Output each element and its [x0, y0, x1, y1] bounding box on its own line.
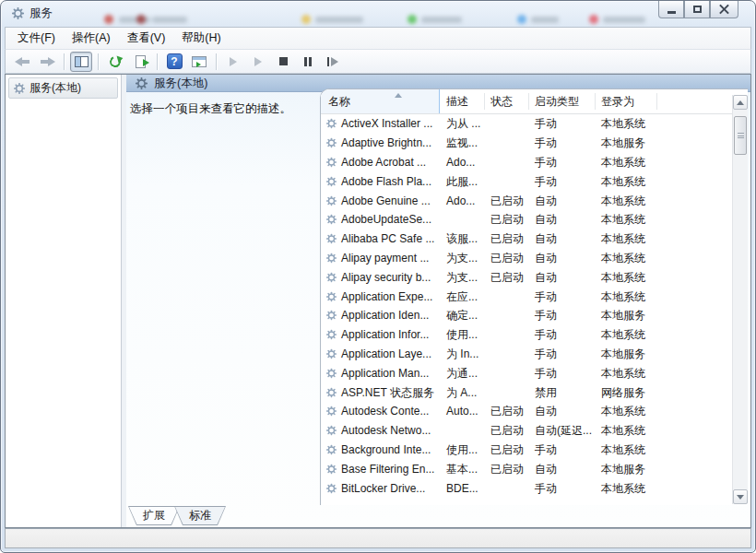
table-row[interactable]: Background Inte... 使用... 已启动 手动 本地系统	[321, 441, 732, 460]
help-icon: ?	[167, 53, 183, 69]
service-description: 基本...	[446, 461, 478, 477]
table-row[interactable]: Application Expe... 在应... 手动 本地系统	[321, 287, 732, 306]
extended-view-button[interactable]	[188, 52, 210, 72]
close-icon	[719, 5, 729, 15]
service-startup-type: 手动	[535, 154, 557, 170]
restart-service-button[interactable]	[322, 52, 344, 72]
show-console-tree-button[interactable]	[70, 52, 92, 72]
table-row[interactable]: AdobeUpdateSe... 已启动 自动 本地系统	[321, 210, 732, 229]
service-description: 为通...	[446, 365, 478, 381]
service-startup-type: 自动	[535, 231, 557, 247]
scroll-down-button[interactable]	[733, 489, 748, 504]
table-row[interactable]: Application Man... 为通... 手动 本地系统	[321, 363, 732, 382]
service-logon-as: 本地系统	[601, 288, 645, 304]
forward-button[interactable]	[36, 52, 58, 72]
service-gear-icon	[326, 426, 337, 436]
column-header-description[interactable]: 描述	[446, 89, 468, 113]
table-row[interactable]: Adobe Genuine ... Ado... 已启动 自动 本地系统	[321, 191, 732, 210]
service-status: 已启动	[490, 423, 524, 439]
column-header-startup-type[interactable]: 启动类型	[535, 89, 579, 113]
column-divider[interactable]	[656, 93, 657, 110]
service-description: 确定...	[446, 308, 478, 324]
service-name: Alipay payment ...	[341, 252, 429, 265]
menu-view[interactable]: 查看(V)	[119, 28, 174, 49]
service-description: 为从 ...	[446, 116, 480, 132]
service-logon-as: 本地系统	[601, 480, 645, 496]
menu-action[interactable]: 操作(A)	[64, 28, 119, 49]
tab-standard[interactable]: 标准	[174, 506, 226, 525]
forward-arrow-icon	[40, 57, 55, 66]
scroll-up-button[interactable]	[733, 95, 748, 110]
table-row[interactable]: Application Infor... 使用... 手动 本地系统	[321, 325, 732, 345]
stop-service-button[interactable]	[272, 52, 294, 72]
maximize-button[interactable]	[684, 1, 710, 18]
toolbar-separator	[98, 53, 99, 70]
service-gear-icon	[326, 138, 337, 148]
table-row[interactable]: Alibaba PC Safe ... 该服... 已启动 自动 本地系统	[321, 229, 732, 249]
column-header-name[interactable]: 名称	[321, 89, 440, 113]
table-row[interactable]: Adobe Acrobat ... Ado... 手动 本地系统	[321, 153, 732, 172]
service-description: Ado...	[446, 194, 475, 207]
service-startup-type: 自动	[535, 461, 557, 477]
tree-item-services-local[interactable]: 服务(本地)	[8, 77, 118, 99]
sort-ascending-icon	[395, 93, 402, 98]
table-row[interactable]: ActiveX Installer ... 为从 ... 手动 本地系统	[321, 114, 732, 134]
table-row[interactable]: Alipay security b... 为支... 已启动 自动 本地系统	[321, 267, 732, 287]
minimize-button[interactable]	[658, 1, 684, 18]
close-button[interactable]	[710, 1, 738, 18]
service-name: Adobe Flash Pla...	[341, 175, 431, 188]
service-name: Alipay security b...	[341, 271, 431, 284]
column-header-status[interactable]: 状态	[490, 89, 513, 113]
menu-help[interactable]: 帮助(H)	[173, 28, 229, 49]
column-divider[interactable]	[528, 93, 529, 110]
gear-icon	[14, 83, 25, 94]
menu-file[interactable]: 文件(F)	[9, 28, 64, 49]
table-row[interactable]: Application Laye... 为 In... 手动 本地服务	[321, 345, 732, 364]
service-logon-as: 本地服务	[601, 346, 645, 361]
service-gear-icon	[326, 444, 337, 454]
menu-bar: 文件(F) 操作(A) 查看(V) 帮助(H)	[5, 27, 751, 49]
title-bar: 服务	[5, 1, 751, 27]
column-divider[interactable]	[484, 93, 485, 110]
export-list-button[interactable]	[129, 52, 151, 72]
service-logon-as: 本地系统	[601, 173, 645, 189]
refresh-button[interactable]	[104, 52, 126, 72]
service-startup-type: 手动	[535, 116, 557, 132]
service-logon-as: 本地服务	[601, 308, 645, 324]
service-logon-as: 本地系统	[601, 193, 645, 208]
back-button[interactable]	[11, 52, 33, 72]
table-row[interactable]: Application Iden... 确定... 手动 本地服务	[321, 306, 732, 325]
export-list-icon	[136, 55, 146, 68]
table-row[interactable]: Adobe Flash Pla... 此服... 手动 本地系统	[321, 171, 732, 191]
table-row[interactable]: Autodesk Conte... Auto... 已启动 自动 本地系统	[321, 402, 732, 421]
resume-service-button[interactable]	[247, 52, 269, 72]
start-service-icon	[230, 57, 237, 66]
service-status: 已启动	[490, 250, 524, 265]
resume-service-icon	[254, 57, 262, 66]
pause-service-button[interactable]	[297, 52, 319, 72]
tab-extended[interactable]: 扩展	[128, 506, 180, 525]
service-name: Adobe Genuine ...	[341, 194, 431, 207]
column-header-logon-as[interactable]: 登录为	[601, 89, 634, 113]
service-status: 已启动	[490, 212, 524, 228]
service-status: 已启动	[490, 231, 524, 247]
table-row[interactable]: Base Filtering En... 基本... 已启动 自动 本地服务	[321, 459, 732, 478]
table-row[interactable]: BitLocker Drive... BDE... 手动 本地系统	[321, 478, 732, 498]
service-name: Adaptive Brightn...	[341, 136, 431, 149]
help-button[interactable]: ?	[163, 52, 185, 72]
extended-view-icon	[192, 56, 207, 67]
scrollbar-thumb[interactable]	[734, 116, 747, 155]
service-status: 已启动	[490, 404, 524, 419]
start-service-button[interactable]	[222, 52, 244, 72]
table-row[interactable]: Alipay payment ... 为支... 已启动 自动 本地系统	[321, 249, 732, 268]
service-gear-icon	[326, 176, 337, 186]
service-startup-type: 自动	[535, 269, 557, 285]
column-divider[interactable]	[595, 93, 596, 110]
table-row[interactable]: Adaptive Brightn... 监视... 手动 本地服务	[321, 134, 732, 153]
table-row[interactable]: Autodesk Netwo... 已启动 自动(延迟... 本地系统	[321, 421, 732, 441]
vertical-scrollbar[interactable]	[732, 95, 748, 504]
titlebar-background-blur	[5, 1, 751, 27]
service-startup-type: 手动	[535, 288, 557, 304]
service-name: Alibaba PC Safe ...	[341, 232, 434, 245]
table-row[interactable]: ASP.NET 状态服务 为 A... 禁用 网络服务	[321, 382, 732, 402]
